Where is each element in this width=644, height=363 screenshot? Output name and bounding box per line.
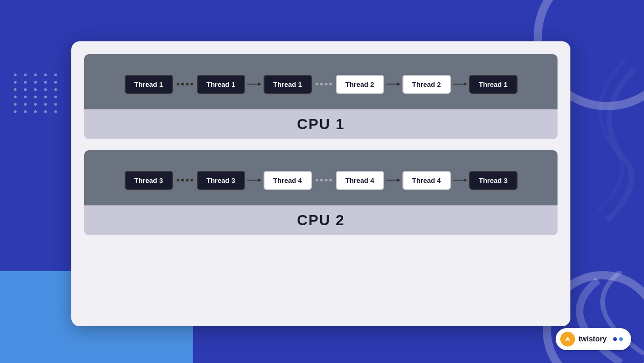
svg-marker-1 <box>258 82 262 86</box>
cpu1-arrow-1 <box>245 80 264 88</box>
cpu2-thread-box-5: Thread 4 <box>402 171 451 190</box>
cpu1-thread-chain: Thread 1 Thread 1 Thread 1 <box>125 75 518 94</box>
cpu2-thread-box-4: Thread 4 <box>336 171 384 190</box>
cpu2-arrow-2 <box>384 176 402 184</box>
cpu1-arrow-2 <box>384 80 402 88</box>
cpu2-thread-box-2: Thread 3 <box>197 171 245 190</box>
cpu1-thread-box-5: Thread 2 <box>402 75 451 94</box>
cpu2-connector-dots-2 <box>312 179 336 182</box>
cpu2-arrow-1 <box>245 176 264 184</box>
cpu2-label: CPU 2 <box>297 212 345 228</box>
svg-marker-7 <box>258 178 262 182</box>
twistory-dots <box>613 337 623 341</box>
cpu1-label-row: CPU 1 <box>84 109 558 139</box>
cpu1-thread-box-4: Thread 2 <box>336 75 384 94</box>
twistory-icon <box>560 332 575 346</box>
cpu2-block: Thread 3 Thread 3 Thread 4 <box>84 150 558 235</box>
twistory-badge: twistory <box>556 328 631 350</box>
cpu1-timeline: Thread 1 Thread 1 Thread 1 <box>84 54 558 109</box>
cpu2-connector-dots-1 <box>173 179 197 182</box>
cpu1-thread-box-3: Thread 1 <box>264 75 312 94</box>
cpu1-thread-box-6: Thread 1 <box>469 75 518 94</box>
cpu1-label: CPU 1 <box>297 116 345 132</box>
cpu2-arrow-3 <box>451 176 469 184</box>
svg-marker-9 <box>397 178 401 182</box>
cpu1-thread-box-2: Thread 1 <box>197 75 245 94</box>
cpu1-block: Thread 1 Thread 1 Thread 1 <box>84 54 558 139</box>
cpu1-connector-dots-1 <box>173 83 197 85</box>
cpu2-thread-box-3: Thread 4 <box>264 171 312 190</box>
twistory-dot-1 <box>613 337 617 341</box>
cpu1-thread-box-1: Thread 1 <box>125 75 173 94</box>
cpu1-arrow-3 <box>451 80 469 88</box>
svg-marker-11 <box>464 178 467 182</box>
twistory-dot-2 <box>619 337 623 341</box>
cpu2-timeline: Thread 3 Thread 3 Thread 4 <box>84 150 558 205</box>
cpu2-thread-chain: Thread 3 Thread 3 Thread 4 <box>125 171 518 190</box>
cpu1-connector-dots-2 <box>312 83 336 85</box>
main-card: Thread 1 Thread 1 Thread 1 <box>71 41 570 326</box>
cpu2-thread-box-1: Thread 3 <box>125 171 173 190</box>
twistory-brand-name: twistory <box>579 335 607 343</box>
cpu2-thread-box-6: Thread 3 <box>469 171 518 190</box>
cpu2-label-row: CPU 2 <box>84 205 558 235</box>
svg-marker-3 <box>397 82 401 86</box>
bg-dots-decoration <box>14 74 60 113</box>
svg-marker-5 <box>464 82 467 86</box>
